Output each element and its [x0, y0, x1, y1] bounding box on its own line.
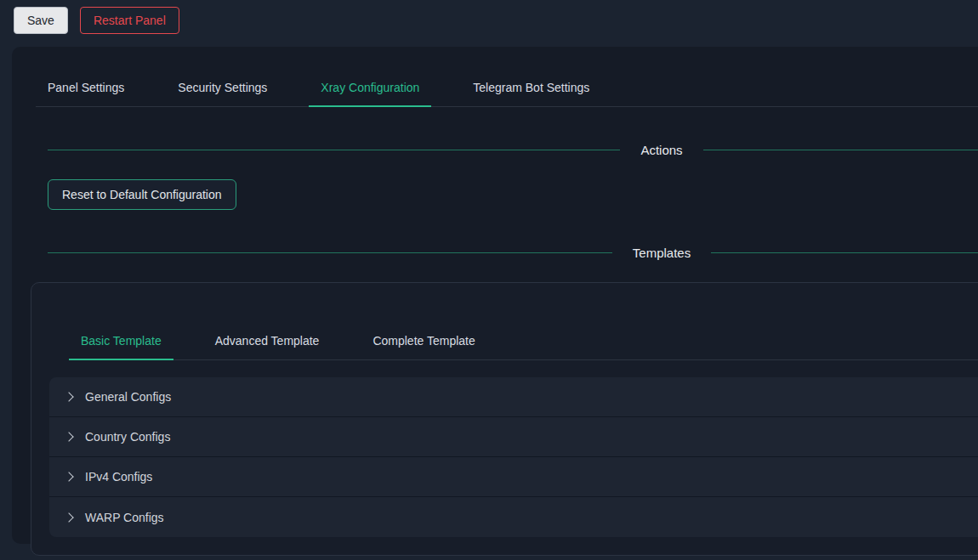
save-button[interactable]: Save — [14, 7, 68, 34]
accordion-item-country-configs[interactable]: Country Configs — [49, 417, 978, 457]
template-tab-bar: Basic Template Advanced Template Complet… — [69, 322, 978, 360]
settings-card: Panel Settings Security Settings Xray Co… — [12, 47, 978, 544]
templates-card: Basic Template Advanced Template Complet… — [31, 282, 978, 556]
accordion-item-label: WARP Configs — [85, 511, 164, 524]
divider-line — [48, 252, 612, 253]
tab-security-settings[interactable]: Security Settings — [166, 69, 279, 107]
config-accordion: General Configs Country Configs IPv4 Con… — [49, 377, 978, 537]
chevron-right-icon — [64, 432, 73, 441]
actions-divider-label: Actions — [620, 143, 702, 157]
divider-line — [703, 150, 978, 150]
accordion-item-general-configs[interactable]: General Configs — [49, 377, 978, 417]
tab-advanced-template[interactable]: Advanced Template — [203, 322, 332, 360]
restart-panel-button[interactable]: Restart Panel — [80, 7, 179, 34]
tab-basic-template[interactable]: Basic Template — [69, 322, 173, 360]
topbar: Save Restart Panel — [0, 0, 978, 41]
chevron-right-icon — [64, 392, 73, 401]
tab-telegram-bot-settings[interactable]: Telegram Bot Settings — [461, 69, 601, 107]
accordion-item-label: IPv4 Configs — [85, 470, 152, 484]
tab-panel-settings[interactable]: Panel Settings — [36, 69, 136, 107]
templates-divider-label: Templates — [612, 246, 711, 260]
chevron-right-icon — [64, 472, 73, 481]
accordion-item-warp-configs[interactable]: WARP Configs — [49, 497, 978, 537]
chevron-right-icon — [64, 512, 73, 522]
settings-tab-bar: Panel Settings Security Settings Xray Co… — [36, 69, 978, 107]
accordion-item-label: General Configs — [85, 390, 171, 404]
divider-line — [711, 252, 978, 253]
reset-to-default-button[interactable]: Reset to Default Configuration — [48, 179, 236, 210]
divider-line — [48, 150, 620, 150]
templates-divider: Templates — [48, 246, 978, 260]
accordion-item-label: Country Configs — [85, 430, 170, 444]
accordion-item-ipv4-configs[interactable]: IPv4 Configs — [49, 457, 978, 497]
tab-xray-configuration[interactable]: Xray Configuration — [309, 69, 431, 107]
tab-complete-template[interactable]: Complete Template — [361, 322, 486, 360]
actions-divider: Actions — [48, 143, 978, 157]
